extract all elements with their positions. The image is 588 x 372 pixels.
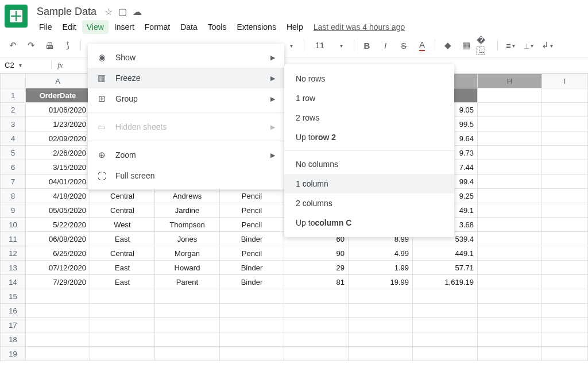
freeze-upto-row[interactable]: Up to row 2 (284, 127, 454, 147)
cloud-icon[interactable]: ☁ (133, 6, 142, 17)
strike-button[interactable]: S (396, 37, 412, 53)
freeze-no-rows[interactable]: No rows (284, 69, 454, 88)
cell[interactable] (478, 304, 542, 318)
cell[interactable] (26, 332, 90, 347)
row-header[interactable]: 14 (1, 275, 26, 289)
cell[interactable] (90, 318, 155, 332)
name-box[interactable]: C2 ▾ (0, 61, 52, 69)
row-header[interactable]: 9 (1, 203, 26, 218)
row-header[interactable]: 19 (1, 347, 26, 361)
cell[interactable]: Binder (220, 261, 284, 275)
row-header[interactable]: 12 (1, 246, 26, 261)
cell[interactable] (284, 332, 349, 347)
cell[interactable] (90, 332, 155, 347)
cell[interactable]: 01/06/2020 (26, 103, 90, 117)
cell[interactable]: 04/01/2020 (26, 175, 90, 189)
cell[interactable] (542, 318, 588, 332)
cell[interactable] (349, 347, 413, 361)
cell[interactable] (478, 175, 542, 189)
cell[interactable] (349, 318, 413, 332)
cell[interactable] (413, 289, 478, 304)
cell[interactable] (478, 289, 542, 304)
cell[interactable]: East (90, 232, 155, 246)
cell[interactable] (542, 275, 588, 289)
row-header[interactable]: 4 (1, 131, 26, 146)
cell[interactable] (478, 88, 542, 103)
view-fullscreen[interactable]: ⛶ Full screen (88, 165, 284, 186)
bold-button[interactable]: B (359, 37, 375, 53)
cell[interactable]: 57.71 (413, 261, 478, 275)
cell[interactable]: 4.99 (349, 246, 413, 261)
cell[interactable]: 81 (284, 275, 349, 289)
paint-format-button[interactable]: ⟆ (60, 37, 76, 53)
cell[interactable] (220, 347, 284, 361)
menu-data[interactable]: Data (176, 20, 202, 34)
menu-file[interactable]: File (34, 20, 57, 34)
menu-view[interactable]: View (82, 20, 109, 34)
cell[interactable]: Jones (155, 232, 220, 246)
print-button[interactable]: 🖶 (41, 37, 57, 53)
cell[interactable] (542, 304, 588, 318)
cell[interactable]: 1.99 (349, 261, 413, 275)
freeze-1-row[interactable]: 1 row (284, 88, 454, 108)
view-group[interactable]: ⊞ Group ▶ (88, 88, 284, 109)
freeze-no-columns[interactable]: No columns (284, 154, 454, 174)
cell[interactable] (26, 318, 90, 332)
redo-button[interactable]: ↷ (23, 37, 39, 53)
cell[interactable] (542, 175, 588, 189)
fill-color-button[interactable]: ◆ (440, 37, 456, 53)
cell[interactable]: Central (90, 189, 155, 203)
cell[interactable] (478, 318, 542, 332)
cell[interactable] (542, 117, 588, 131)
view-zoom[interactable]: ⊕ Zoom ▶ (88, 145, 284, 165)
cell[interactable] (413, 318, 478, 332)
cell[interactable] (284, 347, 349, 361)
cell[interactable] (542, 246, 588, 261)
cell[interactable] (284, 304, 349, 318)
text-color-button[interactable]: A (414, 37, 430, 53)
italic-button[interactable]: I (377, 37, 393, 53)
cell[interactable] (542, 88, 588, 103)
cell[interactable] (542, 146, 588, 160)
row-header[interactable]: 11 (1, 232, 26, 246)
cell[interactable] (478, 232, 542, 246)
column-header-I[interactable]: I (542, 74, 588, 88)
cell[interactable]: Jardine (155, 203, 220, 218)
cell[interactable] (284, 289, 349, 304)
last-edit-link[interactable]: Last edit was 4 hours ago (309, 20, 410, 34)
cell[interactable]: Binder (220, 275, 284, 289)
cell[interactable]: Howard (155, 261, 220, 275)
cell[interactable]: Parent (155, 275, 220, 289)
cell[interactable] (90, 347, 155, 361)
cell[interactable]: 05/05/2020 (26, 203, 90, 218)
cell[interactable]: 29 (284, 261, 349, 275)
cell[interactable]: 1/23/2020 (26, 117, 90, 131)
dropdown-icon[interactable]: ▾ (283, 37, 299, 53)
menu-format[interactable]: Format (140, 20, 175, 34)
cell[interactable]: Morgan (155, 246, 220, 261)
star-icon[interactable]: ☆ (105, 6, 113, 17)
cell[interactable]: Central (90, 246, 155, 261)
cell[interactable] (478, 146, 542, 160)
cell[interactable] (155, 304, 220, 318)
cell[interactable]: 06/08/2020 (26, 232, 90, 246)
cell[interactable]: 4/18/2020 (26, 189, 90, 203)
menu-extensions[interactable]: Extensions (232, 20, 280, 34)
cell[interactable] (90, 304, 155, 318)
row-header[interactable]: 8 (1, 189, 26, 203)
cell[interactable] (478, 347, 542, 361)
cell[interactable] (413, 304, 478, 318)
cell[interactable] (413, 347, 478, 361)
v-align-button[interactable]: ⟂▾ (521, 37, 537, 53)
cell[interactable] (542, 232, 588, 246)
cell[interactable] (220, 332, 284, 347)
cell[interactable] (90, 289, 155, 304)
cell[interactable] (413, 332, 478, 347)
cell[interactable] (478, 246, 542, 261)
menu-tools[interactable]: Tools (203, 20, 231, 34)
row-header[interactable]: 18 (1, 332, 26, 347)
menu-edit[interactable]: Edit (58, 20, 81, 34)
cell[interactable] (220, 318, 284, 332)
freeze-2-rows[interactable]: 2 rows (284, 108, 454, 127)
cell[interactable]: West (90, 218, 155, 232)
